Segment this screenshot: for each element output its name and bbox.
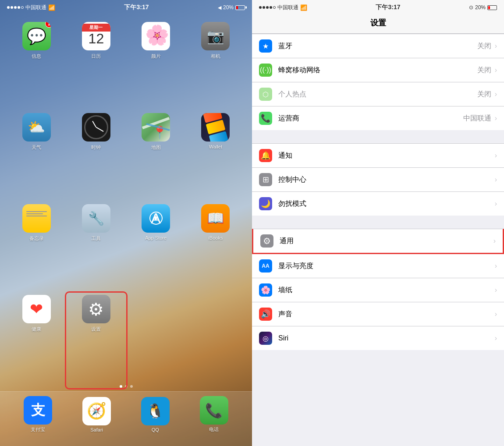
safari-compass: 🧭	[84, 398, 110, 424]
app-notes[interactable]: 备忘录	[9, 204, 64, 287]
calendar-date: 12	[89, 32, 104, 46]
app-icon-messages[interactable]: 💬 1	[22, 22, 51, 50]
settings-row-general[interactable]: ⚙ 通用 ›	[252, 229, 504, 254]
settings-section-network: ★ 蓝牙 关闭 › ((·)) 蜂窝移动网络 关闭 › ⬡ 个人热点	[252, 34, 504, 130]
controlcenter-icon: ⊞	[259, 173, 272, 186]
donotdisturb-icon: 🌙	[259, 197, 272, 210]
notifications-chevron: ›	[495, 152, 497, 159]
settings-section-notifications: 🔔 通知 › ⊞ 控制中心 › 🌙 勿扰模式 ›	[252, 143, 504, 216]
sounds-icon: 🔊	[259, 308, 272, 321]
wallet-cards	[202, 113, 228, 142]
settings-row-controlcenter[interactable]: ⊞ 控制中心 ›	[252, 168, 504, 192]
app-icon-ibooks[interactable]: 📖	[201, 204, 230, 233]
settings-title-text: 设置	[370, 18, 386, 27]
dock-label-phone: 电话	[209, 426, 219, 433]
app-icon-health[interactable]: ❤	[22, 295, 51, 323]
settings-row-sounds[interactable]: 🔊 声音 ›	[252, 302, 504, 326]
dock-icon-phone[interactable]: 📞	[200, 396, 228, 425]
app-label-ibooks: iBooks	[208, 235, 223, 241]
app-icon-maps[interactable]: 📍	[142, 113, 170, 142]
app-photos[interactable]: 🌸 颜片	[128, 22, 184, 104]
settings-row-wallpaper[interactable]: 🌸 墙纸 ›	[252, 278, 504, 302]
battery-icon-left	[235, 5, 245, 10]
general-chevron: ›	[493, 237, 496, 245]
app-ibooks[interactable]: 📖 iBooks	[188, 204, 243, 287]
dock-phone[interactable]: 📞 电话	[200, 396, 228, 433]
app-messages[interactable]: 💬 1 信息	[9, 22, 64, 104]
app-icon-settings[interactable]: ⚙	[82, 295, 110, 323]
hotspot-icon: ⬡	[259, 88, 272, 101]
controlcenter-glyph: ⊞	[263, 175, 269, 184]
bluetooth-label: 蓝牙	[278, 42, 477, 51]
location-icon-right: ⊙	[469, 4, 473, 11]
dock-label-safari: Safari	[90, 427, 103, 432]
donotdisturb-glyph: 🌙	[261, 199, 270, 209]
app-icon-clock[interactable]	[82, 113, 110, 142]
app-icon-photos[interactable]: 🌸	[142, 22, 170, 50]
appstore-circle: ✦	[149, 212, 163, 225]
dock-icon-qq[interactable]: 🐧	[141, 397, 170, 425]
app-camera[interactable]: 📷 相机	[188, 22, 243, 104]
app-label-settings: 设置	[91, 326, 101, 333]
dot4	[18, 6, 20, 9]
app-health[interactable]: ❤ 健康	[9, 295, 64, 377]
status-bar-left: 中国联通 📶 下午3:17 ◀ 20%	[0, 0, 252, 13]
dock-safari[interactable]: 🧭 Safari	[82, 397, 111, 432]
wifi-icon-right: 📶	[300, 4, 307, 11]
app-label-notes: 备忘录	[29, 235, 44, 242]
app-grid: 💬 1 信息 星期一 12 日历 🌸 颜片	[0, 13, 252, 382]
app-icon-tools[interactable]: 🔧	[82, 204, 110, 233]
settings-row-display[interactable]: AA 显示与亮度 ›	[252, 254, 504, 278]
app-label-photos: 颜片	[151, 53, 161, 60]
app-clock[interactable]: 时钟	[68, 113, 124, 195]
siri-glyph: ◎	[263, 334, 269, 343]
display-label: 显示与亮度	[278, 262, 495, 271]
cellular-chevron: ›	[495, 66, 497, 74]
photos-flower: 🌸	[145, 25, 167, 47]
hotspot-chevron: ›	[495, 90, 497, 98]
status-bar-right: 中国联通 📶 下午3:17 ⊙ 20%	[252, 0, 504, 13]
app-wallet[interactable]: Wallet	[188, 113, 243, 195]
settings-row-bluetooth[interactable]: ★ 蓝牙 关闭 ›	[252, 34, 504, 58]
settings-screen: 中国联通 📶 下午3:17 ⊙ 20% 设置 ★ 蓝牙 关闭 ›	[252, 0, 504, 446]
notes-lines	[25, 206, 49, 218]
wallpaper-label: 墙纸	[278, 286, 495, 295]
dot3	[14, 6, 17, 9]
notifications-icon: 🔔	[259, 149, 272, 162]
app-appstore[interactable]: A ✦ App Store	[128, 204, 184, 287]
app-icon-weather[interactable]: ⛅	[22, 113, 51, 142]
sounds-glyph: 🔊	[261, 309, 270, 319]
dock-icon-safari[interactable]: 🧭	[82, 397, 111, 425]
app-icon-calendar[interactable]: 星期一 12	[82, 22, 110, 50]
wallpaper-icon: 🌸	[259, 283, 272, 297]
settings-row-siri[interactable]: ◎ Siri ›	[252, 326, 504, 350]
hotspot-glyph: ⬡	[263, 90, 269, 99]
settings-row-notifications[interactable]: 🔔 通知 ›	[252, 143, 504, 168]
settings-row-hotspot[interactable]: ⬡ 个人热点 关闭 ›	[252, 82, 504, 106]
cellular-label: 蜂窝移动网络	[278, 66, 477, 75]
dock-icon-alipay[interactable]: 支	[24, 396, 52, 425]
app-icon-camera[interactable]: 📷	[201, 22, 230, 50]
wallpaper-chevron: ›	[495, 286, 497, 294]
dock-alipay[interactable]: 支 支付宝	[24, 396, 52, 433]
location-icon: ◀	[218, 5, 221, 11]
app-maps[interactable]: 📍 地图	[128, 113, 184, 195]
app-label-calendar: 日历	[91, 53, 101, 60]
app-settings[interactable]: ⚙ 设置	[68, 295, 124, 377]
time-left: 下午3:17	[124, 4, 149, 11]
bluetooth-chevron: ›	[495, 42, 497, 50]
dot2	[11, 6, 13, 9]
dock-qq[interactable]: 🐧 QQ	[141, 397, 170, 432]
app-tools[interactable]: 🔧 工具	[68, 204, 124, 287]
app-icon-appstore[interactable]: A ✦	[142, 204, 170, 233]
settings-row-donotdisturb[interactable]: 🌙 勿扰模式 ›	[252, 192, 504, 216]
app-icon-notes[interactable]	[22, 204, 51, 233]
app-label-messages: 信息	[32, 53, 41, 60]
app-calendar[interactable]: 星期一 12 日历	[68, 22, 124, 104]
carrier-left: 中国联通	[25, 4, 46, 11]
settings-row-cellular[interactable]: ((·)) 蜂窝移动网络 关闭 ›	[252, 58, 504, 82]
carrier-right: 中国联通	[277, 4, 298, 11]
app-icon-wallet[interactable]	[201, 113, 230, 142]
app-weather[interactable]: ⛅ 天气	[9, 113, 64, 195]
settings-row-carrier[interactable]: 📞 运营商 中国联通 ›	[252, 106, 504, 130]
